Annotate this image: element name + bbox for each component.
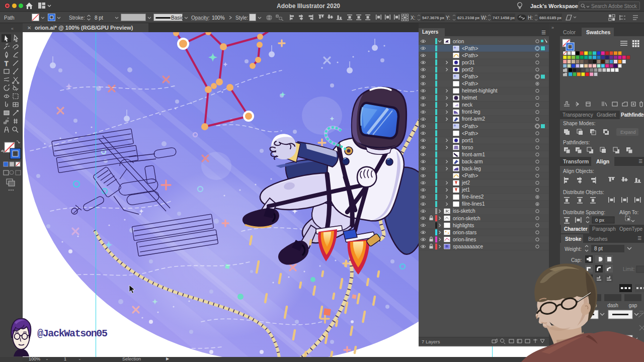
svg-text:<Path>: <Path> (462, 74, 478, 79)
svg-text:neck: neck (462, 102, 473, 108)
svg-text:helmet: helmet (462, 95, 477, 101)
svg-text:T: T (5, 60, 9, 67)
svg-text:621.2108 px: 621.2108 px (457, 16, 479, 20)
svg-text:8 pt: 8 pt (594, 246, 603, 251)
svg-text:Y:: Y: (446, 15, 450, 21)
svg-text:por31: por31 (462, 60, 475, 65)
svg-text:orion-stars: orion-stars (453, 230, 476, 235)
svg-text:Expand: Expand (620, 130, 636, 135)
svg-text:Distribute Objects:: Distribute Objects: (563, 190, 604, 195)
svg-text:<Path>: <Path> (462, 124, 478, 129)
svg-text:front-leg: front-leg (462, 109, 480, 115)
svg-text:front-arm1: front-arm1 (462, 152, 486, 157)
svg-text:spaaaaaaace: spaaaaaaace (453, 244, 483, 249)
svg-text:H:: H: (528, 15, 533, 21)
svg-text:Pathfinders:: Pathfinders: (563, 140, 590, 145)
svg-text:front-arm2: front-arm2 (462, 116, 486, 122)
svg-text:orion-sketch: orion-sketch (453, 216, 480, 221)
svg-text:Shape Modes:: Shape Modes: (563, 121, 596, 126)
svg-text:highlights: highlights (453, 223, 474, 228)
svg-text:orion: orion (453, 39, 464, 44)
svg-text:<Path>: <Path> (462, 173, 478, 178)
svg-text:<Path>: <Path> (462, 131, 478, 136)
svg-text:0 px: 0 px (595, 217, 604, 223)
svg-text:747.1458 px: 747.1458 px (493, 16, 515, 20)
svg-text:547.3676 px: 547.3676 px (422, 16, 444, 20)
svg-text:W:: W: (481, 15, 487, 21)
svg-text:filre-lines1: filre-lines1 (462, 201, 485, 207)
svg-text:@JackWatson05: @JackWatson05 (37, 328, 108, 339)
svg-text:orion-lines: orion-lines (453, 237, 476, 242)
svg-text:<Path>: <Path> (462, 46, 478, 51)
svg-text:Align Objects:: Align Objects: (563, 168, 594, 174)
svg-text:Distribute Spacing:: Distribute Spacing: (563, 210, 605, 215)
svg-text:iss-sketch: iss-sketch (453, 208, 475, 214)
svg-text:port2: port2 (462, 67, 473, 72)
svg-text:port1: port1 (462, 138, 473, 143)
svg-text:back-leg: back-leg (462, 166, 481, 171)
svg-text:helmet-highlight: helmet-highlight (462, 88, 498, 94)
svg-text:back-arm: back-arm (462, 159, 483, 164)
svg-text:<Path>: <Path> (462, 81, 478, 86)
svg-text:Align To:: Align To: (619, 210, 638, 215)
svg-text:660.6185 px: 660.6185 px (539, 16, 561, 20)
svg-text:torso: torso (462, 145, 473, 150)
svg-text:jet2: jet2 (461, 180, 470, 186)
svg-text:<Path>: <Path> (462, 53, 478, 58)
svg-text:X:: X: (411, 15, 415, 21)
svg-text:fire-lines2: fire-lines2 (462, 194, 484, 200)
svg-text:jet1: jet1 (461, 187, 470, 193)
